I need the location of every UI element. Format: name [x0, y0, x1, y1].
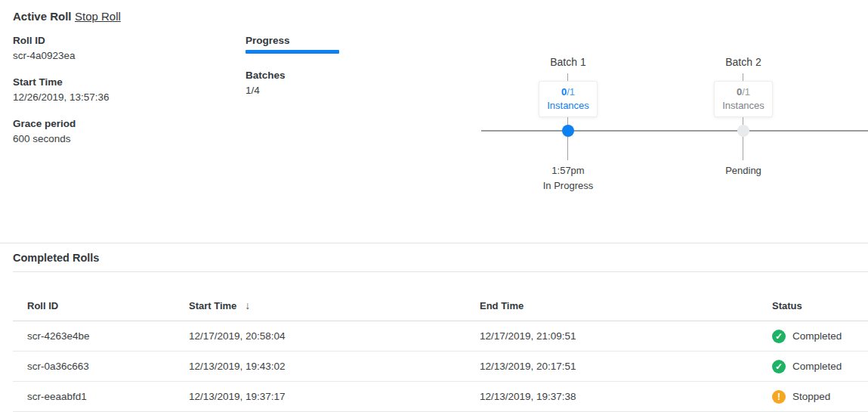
- active-roll-title: Active Roll: [13, 10, 72, 23]
- batch-1-marker-dot: [562, 125, 574, 137]
- completed-rolls-title: Completed Rolls: [13, 252, 868, 271]
- completed-rolls-section: Completed Rolls Roll ID Start Time ↓ End…: [0, 252, 868, 412]
- completed-rolls-table: Roll ID Start Time ↓ End Time Status scr…: [13, 272, 868, 412]
- status-stopped-icon: !: [772, 390, 786, 404]
- batch-1-instances-count: 0/1: [539, 85, 597, 99]
- table-row[interactable]: scr-4263e4be 12/17/2019, 20:58:04 12/17/…: [13, 321, 868, 352]
- batch-1-connector: [567, 117, 568, 160]
- batch-2-connector: [743, 117, 743, 160]
- progress-details: Progress Batches 1/4: [246, 34, 339, 97]
- status-completed-icon: ✓: [772, 360, 786, 373]
- batch-1-status: In Progress: [515, 180, 621, 191]
- active-roll-section: Active Roll Stop Roll Roll ID scr-4a0923…: [0, 0, 868, 243]
- start-time-value: 12/26/2019, 13:57:36: [13, 91, 110, 104]
- cell-roll-id: scr-eeaabfd1: [27, 391, 189, 402]
- cell-start-time: 12/17/2019, 20:58:04: [189, 330, 480, 342]
- start-time-label: Start Time: [13, 76, 110, 88]
- grace-period-field: Grace period 600 seconds: [13, 117, 110, 145]
- cell-end-time: 12/13/2019, 19:37:38: [480, 391, 772, 402]
- batch-2-tick: [743, 73, 743, 81]
- cell-status: ✓ Completed: [772, 360, 868, 373]
- batch-2-instances-count: 0/1: [715, 85, 772, 99]
- start-time-field: Start Time 12/26/2019, 13:57:36: [13, 76, 110, 104]
- header-status: Status: [772, 300, 868, 311]
- status-label: Completed: [792, 361, 842, 372]
- cell-roll-id: scr-4263e4be: [27, 330, 189, 342]
- active-roll-details: Roll ID scr-4a0923ea Start Time 12/26/20…: [13, 34, 110, 159]
- progress-bar: [246, 50, 339, 54]
- batch-1-name: Batch 1: [515, 56, 621, 68]
- header-start-time[interactable]: Start Time ↓: [189, 299, 480, 311]
- cell-end-time: 12/13/2019, 20:17:51: [480, 361, 772, 372]
- roll-id-field: Roll ID scr-4a0923ea: [13, 34, 110, 62]
- cell-start-time: 12/13/2019, 19:43:02: [189, 361, 480, 372]
- timeline-axis: [481, 130, 868, 132]
- batches-value: 1/4: [246, 84, 339, 97]
- cell-end-time: 12/17/2019, 21:09:51: [480, 330, 772, 342]
- batch-2-marker-dot: [737, 125, 749, 137]
- batch-1-time: 1:57pm: [515, 165, 621, 176]
- cell-start-time: 12/13/2019, 19:37:17: [189, 391, 480, 402]
- batch-2-instances-label: Instances: [715, 99, 772, 113]
- batches-label: Batches: [246, 69, 339, 82]
- batch-2-instances-card[interactable]: 0/1 Instances: [714, 81, 773, 117]
- grace-period-value: 600 seconds: [13, 132, 110, 145]
- batch-2-name: Batch 2: [690, 56, 796, 68]
- status-label: Completed: [792, 330, 842, 342]
- status-label: Stopped: [792, 391, 830, 402]
- stop-roll-link[interactable]: Stop Roll: [75, 10, 121, 23]
- table-row[interactable]: scr-0a36c663 12/13/2019, 19:43:02 12/13/…: [13, 352, 868, 382]
- batch-1-instances-label: Instances: [539, 99, 597, 113]
- progress-label: Progress: [246, 34, 339, 47]
- batch-2-time: Pending: [690, 165, 796, 176]
- batch-1-tick: [567, 73, 568, 81]
- header-roll-id: Roll ID: [27, 300, 189, 311]
- roll-id-value: scr-4a0923ea: [13, 49, 110, 62]
- roll-id-label: Roll ID: [13, 34, 110, 47]
- batch-1-instances-card[interactable]: 0/1 Instances: [539, 81, 598, 117]
- status-completed-icon: ✓: [772, 330, 786, 343]
- table-row[interactable]: scr-eeaabfd1 12/13/2019, 19:37:17 12/13/…: [13, 382, 868, 412]
- header-end-time: End Time: [480, 300, 772, 311]
- table-header-row: Roll ID Start Time ↓ End Time Status: [13, 272, 868, 321]
- cell-status: ! Stopped: [772, 390, 868, 404]
- grace-period-label: Grace period: [13, 117, 110, 130]
- sort-descending-icon[interactable]: ↓: [245, 299, 250, 311]
- cell-roll-id: scr-0a36c663: [27, 361, 189, 372]
- cell-status: ✓ Completed: [772, 330, 868, 343]
